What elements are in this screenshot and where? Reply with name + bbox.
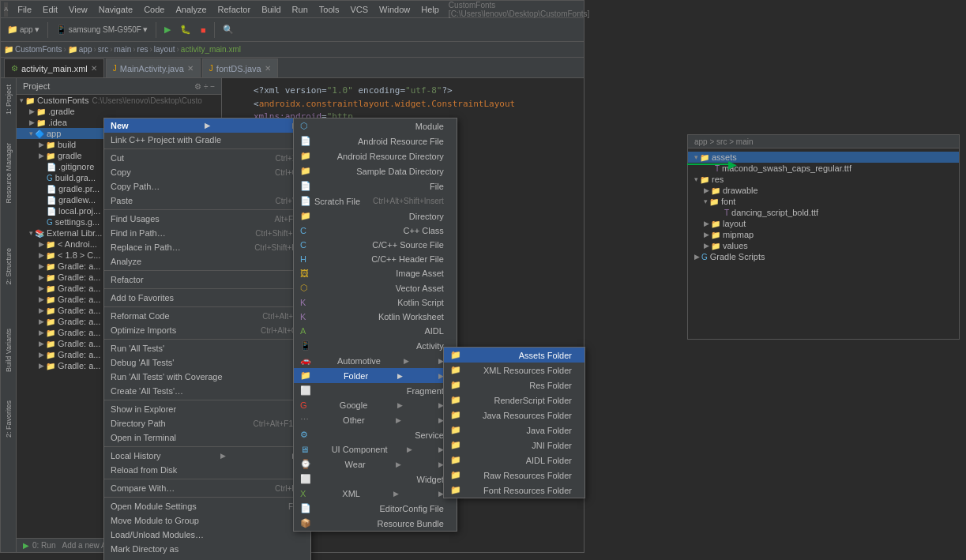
- ctx-add-favorites[interactable]: Add to Favorites: [104, 291, 310, 305]
- new-cpp-class[interactable]: C C++ Class: [294, 224, 457, 238]
- ctx-create-all[interactable]: Create 'All Tests'…: [104, 384, 310, 398]
- toolbar-device-btn[interactable]: 📱 samsung SM-G950F ▾: [53, 23, 151, 36]
- new-other[interactable]: ⋯ Other ▶: [294, 412, 457, 427]
- ctx-debug-all[interactable]: Debug 'All Tests': [104, 355, 310, 370]
- new-kotlin-worksheet[interactable]: K Kotlin Worksheet: [294, 310, 457, 324]
- ctx-reformat[interactable]: Reformat Code Ctrl+Alt+L: [104, 309, 310, 323]
- right-tree-ttf2[interactable]: T dancing_script_bold.ttf: [688, 207, 959, 218]
- ctx-find-in-path[interactable]: Find in Path… Ctrl+Shift+F: [104, 226, 310, 240]
- new-file[interactable]: 📄 File: [294, 179, 457, 194]
- new-editorconfig[interactable]: 📄 EditorConfig File: [294, 501, 457, 516]
- new-automotive[interactable]: 🚗 Automotive ▶: [294, 353, 457, 368]
- menu-analyze[interactable]: Analyze: [171, 3, 211, 16]
- new-google[interactable]: G Google ▶: [294, 398, 457, 412]
- ctx-compare-with[interactable]: Compare With… Ctrl+D: [104, 481, 310, 495]
- ctx-load-unload[interactable]: Load/Unload Modules…: [104, 528, 310, 542]
- ctx-open-terminal[interactable]: Open in Terminal: [104, 430, 310, 445]
- tree-item-customfonts[interactable]: ▾ 📁 CustomFonts C:\Users\lenovo\Desktop\…: [17, 95, 221, 106]
- ctx-new[interactable]: New ▶: [104, 118, 310, 133]
- ctx-replace-in-path[interactable]: Replace in Path… Ctrl+Shift+R: [104, 240, 310, 254]
- folder-xml-resources[interactable]: 📁 XML Resources Folder: [444, 363, 584, 378]
- new-android-resource-dir[interactable]: 📁 Android Resource Directory: [294, 148, 457, 163]
- folder-raw-resources[interactable]: 📁 Raw Resources Folder: [444, 468, 584, 483]
- breadcrumb-item-1[interactable]: 📁 app: [68, 45, 92, 54]
- breadcrumb-item-3[interactable]: main: [115, 45, 132, 54]
- breadcrumb-item-5[interactable]: layout: [154, 45, 175, 54]
- toolbar-stop-btn[interactable]: ■: [197, 24, 209, 36]
- new-fragment[interactable]: ⬜ Fragment: [294, 383, 457, 398]
- new-resource-bundle[interactable]: 📦 Resource Bundle: [294, 516, 457, 531]
- right-tree-values[interactable]: ▶ 📁 values: [688, 240, 959, 251]
- ctx-optimize[interactable]: Optimize Imports Ctrl+Alt+O: [104, 323, 310, 337]
- tab-close-0[interactable]: ✕: [91, 64, 97, 73]
- folder-font-resources[interactable]: 📁 Font Resources Folder: [444, 483, 584, 498]
- toolbar-project-btn[interactable]: 📁 app ▾: [4, 23, 43, 36]
- new-cpp-header[interactable]: H C/C++ Header File: [294, 252, 457, 266]
- new-wear[interactable]: ⌚ Wear ▶: [294, 457, 457, 472]
- right-tree-res[interactable]: ▾ 📁 res: [688, 174, 959, 185]
- new-module[interactable]: ⬡ Module: [294, 118, 457, 133]
- vtab-project[interactable]: 1: Project: [5, 85, 13, 115]
- menu-run[interactable]: Run: [288, 3, 313, 16]
- ctx-run-coverage[interactable]: Run 'All Tests' with Coverage: [104, 370, 310, 384]
- menu-file[interactable]: File: [13, 3, 36, 16]
- toolbar-debug-btn[interactable]: 🐛: [177, 23, 194, 36]
- folder-java-resources[interactable]: 📁 Java Resources Folder: [444, 408, 584, 423]
- ctx-show-explorer[interactable]: Show in Explorer: [104, 402, 310, 416]
- folder-java[interactable]: 📁 Java Folder: [444, 423, 584, 438]
- new-ui-component[interactable]: 🖥 UI Component ▶: [294, 442, 457, 457]
- new-image-asset[interactable]: 🖼 Image Asset: [294, 266, 457, 280]
- folder-renderscript[interactable]: 📁 RenderScript Folder: [444, 393, 584, 408]
- tab-activity-main[interactable]: ⚙ activity_main.xml ✕: [4, 58, 104, 77]
- folder-aidl[interactable]: 📁 AIDL Folder: [444, 453, 584, 468]
- tab-fontds[interactable]: J fontDS.java ✕: [202, 58, 278, 77]
- new-xml[interactable]: X XML ▶: [294, 487, 457, 501]
- folder-jni[interactable]: 📁 JNI Folder: [444, 438, 584, 453]
- new-folder[interactable]: 📁 Folder ▶: [294, 368, 457, 383]
- ctx-copy[interactable]: Copy Ctrl+C: [104, 165, 310, 179]
- breadcrumb-item-2[interactable]: src: [98, 45, 108, 54]
- breadcrumb-item-6[interactable]: activity_main.xml: [181, 45, 241, 54]
- new-cpp-source[interactable]: C C/C++ Source File: [294, 238, 457, 252]
- right-tree-font[interactable]: ▾ 📁 font: [688, 196, 959, 207]
- toolbar-search-btn[interactable]: 🔍: [220, 23, 237, 36]
- folder-assets[interactable]: 📁 Assets Folder: [444, 348, 584, 363]
- ctx-refactor[interactable]: Refactor: [104, 272, 310, 287]
- vtab-build[interactable]: Build Variants: [5, 329, 13, 372]
- ctx-reload-disk[interactable]: Reload from Disk: [104, 463, 310, 477]
- new-activity[interactable]: 📱 Activity: [294, 338, 457, 353]
- tree-item-gradle[interactable]: ▶ 📁 .gradle: [17, 106, 221, 117]
- tab-close-1[interactable]: ✕: [187, 64, 194, 73]
- menu-view[interactable]: View: [64, 3, 92, 16]
- ctx-cut[interactable]: Cut Ctrl+X: [104, 151, 310, 165]
- ctx-link-cpp[interactable]: Link C++ Project with Gradle: [104, 133, 310, 147]
- menu-help[interactable]: Help: [416, 3, 444, 16]
- ctx-find-usages[interactable]: Find Usages Alt+F7: [104, 212, 310, 226]
- menu-edit[interactable]: Edit: [38, 3, 62, 16]
- breadcrumb-item-0[interactable]: 📁 CustomFonts: [4, 45, 62, 54]
- new-vector-asset[interactable]: ⬡ Vector Asset: [294, 280, 457, 295]
- new-service[interactable]: ⚙ Service: [294, 427, 457, 442]
- ctx-analyze[interactable]: Analyze: [104, 254, 310, 269]
- new-scratch-file[interactable]: 📄 Scratch File Ctrl+Alt+Shift+Insert: [294, 194, 457, 209]
- right-tree-layout[interactable]: ▶ 📁 layout: [688, 218, 959, 229]
- breadcrumb-item-4[interactable]: res: [137, 45, 148, 54]
- new-widget[interactable]: ⬜ Widget: [294, 472, 457, 487]
- ctx-mark-dir[interactable]: Mark Directory as: [104, 542, 310, 556]
- menu-tools[interactable]: Tools: [314, 3, 344, 16]
- menu-build[interactable]: Build: [257, 3, 285, 16]
- ctx-paste[interactable]: Paste Ctrl+V: [104, 194, 310, 208]
- menu-code[interactable]: Code: [139, 3, 169, 16]
- tab-close-2[interactable]: ✕: [265, 64, 271, 73]
- menu-navigate[interactable]: Navigate: [94, 3, 137, 16]
- ctx-run-all[interactable]: Run 'All Tests': [104, 341, 310, 355]
- vtab-favorites[interactable]: 2: Favorites: [5, 400, 13, 438]
- new-sample-data-dir[interactable]: 📁 Sample Data Directory: [294, 163, 457, 179]
- ctx-move-module[interactable]: Move Module to Group: [104, 513, 310, 528]
- new-android-resource-file[interactable]: 📄 Android Resource File: [294, 133, 457, 148]
- folder-res[interactable]: 📁 Res Folder: [444, 378, 584, 393]
- toolbar-run-btn[interactable]: ▶: [161, 23, 174, 36]
- ctx-copy-path[interactable]: Copy Path…: [104, 179, 310, 194]
- new-kotlin-script[interactable]: K Kotlin Script: [294, 295, 457, 310]
- ctx-module-settings[interactable]: Open Module Settings F4: [104, 499, 310, 513]
